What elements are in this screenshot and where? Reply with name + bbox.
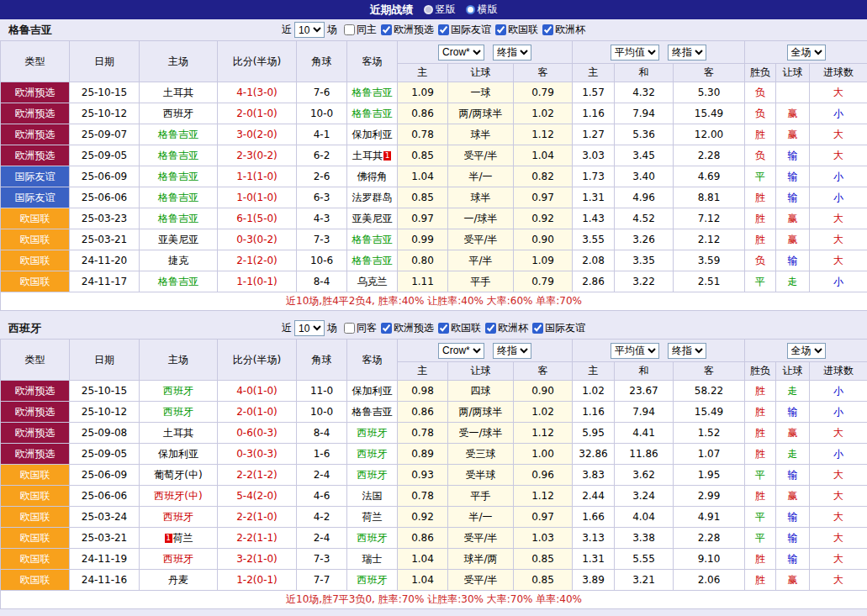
- corner-score: 4-6: [297, 486, 347, 507]
- match-type: 欧国联: [1, 549, 70, 570]
- eu-draw-odds: 11.86: [615, 444, 674, 465]
- vertical-layout-radio[interactable]: [424, 5, 433, 14]
- odds-company-select[interactable]: Crow*: [438, 343, 484, 359]
- summary-row: 近10场,胜4平2负4, 胜率:40% 让胜率:40% 大率:60% 单率:70…: [1, 292, 867, 311]
- eu-away-odds: 1.07: [674, 444, 745, 465]
- filter-checkbox[interactable]: [344, 24, 355, 35]
- team-label: 格鲁吉亚: [158, 129, 198, 140]
- team-name: 西班牙: [8, 321, 41, 336]
- corner-score: 7-3: [297, 549, 347, 570]
- away-team: 保加利亚: [347, 124, 398, 145]
- filter-option-1[interactable]: 欧洲预选: [381, 321, 434, 335]
- filter-checkbox[interactable]: [381, 323, 392, 334]
- filter-option-0[interactable]: 同主: [344, 23, 377, 37]
- filter-option-2[interactable]: 国际友谊: [438, 23, 491, 37]
- corner-score: 4-3: [297, 208, 347, 229]
- goals-result: 大: [810, 82, 867, 103]
- handicap-final-select[interactable]: 终指: [493, 343, 531, 359]
- handicap-result: 输: [776, 145, 810, 166]
- col-eu-draw: 和: [615, 64, 674, 82]
- match-row: 欧国联25-06-09葡萄牙(中)2-2(1-2)2-4西班牙0.93受半球0.…: [1, 465, 867, 486]
- scope-select[interactable]: 全场: [787, 343, 826, 359]
- corner-score: 10-0: [297, 402, 347, 423]
- ah-line: 受平/半: [448, 145, 514, 166]
- eu-draw-odds: 23.67: [615, 381, 674, 402]
- horizontal-layout-radio[interactable]: [466, 5, 475, 14]
- handicap-result: 输: [776, 528, 810, 549]
- europe-final-select[interactable]: 终指: [668, 45, 706, 61]
- score: 0-3(0-2): [218, 229, 297, 250]
- filter-checkbox[interactable]: [542, 24, 553, 35]
- matches-body: 欧洲预选25-10-15西班牙4-0(1-0)11-0保加利亚0.98四球0.9…: [1, 381, 867, 591]
- away-team: 土耳其1: [347, 145, 398, 166]
- home-team: 西班牙: [140, 507, 218, 528]
- match-type: 欧洲预选: [1, 124, 70, 145]
- team-label: 西班牙: [163, 385, 193, 397]
- filter-label: 国际友谊: [451, 23, 491, 37]
- match-type: 欧洲预选: [1, 82, 70, 103]
- match-row: 欧国联25-06-06西班牙(中)5-4(2-0)4-6法国0.78平手1.12…: [1, 486, 867, 507]
- filter-label: 欧国联: [451, 321, 481, 335]
- filter-checkbox[interactable]: [381, 24, 392, 35]
- match-row: 欧洲预选25-09-07格鲁吉亚3-0(2-0)4-1保加利亚0.78球半1.1…: [1, 124, 867, 145]
- scope-select[interactable]: 全场: [787, 45, 826, 61]
- match-count-select[interactable]: 10: [294, 22, 325, 38]
- summary-row: 近10场,胜7平3负0, 胜率:70% 让胜率:30% 大率:70% 单率:40…: [1, 591, 867, 609]
- filter-checkbox[interactable]: [532, 323, 543, 334]
- matches-body: 欧洲预选25-10-15土耳其4-1(3-0)7-6格鲁吉亚1.09一球0.79…: [1, 82, 867, 292]
- layout-option-vertical[interactable]: 竖版: [424, 3, 456, 17]
- match-row: 欧国联24-11-16丹麦1-2(0-1)7-7西班牙1.04受平/半0.853…: [1, 570, 867, 591]
- col-corner: 角球: [297, 340, 347, 381]
- away-team: 西班牙: [347, 528, 398, 549]
- score: 1-1(0-1): [218, 271, 297, 292]
- away-team: 格鲁吉亚: [347, 103, 398, 124]
- ah-home-odds: 0.78: [398, 486, 448, 507]
- match-date: 25-10-15: [70, 381, 140, 402]
- handicap-result: 赢: [776, 124, 810, 145]
- filter-checkbox[interactable]: [438, 323, 449, 334]
- filter-checkbox[interactable]: [438, 24, 449, 35]
- handicap-final-select[interactable]: 终指: [493, 45, 531, 61]
- team-label: 格鲁吉亚: [158, 171, 198, 182]
- filter-option-3[interactable]: 欧国联: [495, 23, 538, 37]
- filter-option-1[interactable]: 欧洲预选: [381, 23, 434, 37]
- europe-final-select[interactable]: 终指: [668, 343, 706, 359]
- corner-score: 7-7: [297, 570, 347, 591]
- eu-draw-odds: 4.04: [615, 507, 674, 528]
- odds-company-select[interactable]: Crow*: [438, 45, 484, 61]
- goals-result: 大: [810, 208, 867, 229]
- filter-checkbox[interactable]: [495, 24, 506, 35]
- eu-draw-odds: 4.41: [615, 423, 674, 444]
- match-count-select[interactable]: 10: [294, 320, 325, 336]
- col-home: 主场: [140, 41, 218, 82]
- filter-option-3[interactable]: 欧洲杯: [485, 321, 528, 335]
- ah-home-odds: 1.04: [398, 570, 448, 591]
- ah-home-odds: 0.93: [398, 465, 448, 486]
- corner-score: 11-0: [297, 381, 347, 402]
- score: 2-2(1-2): [218, 465, 297, 486]
- average-odds-select[interactable]: 平均值: [611, 343, 659, 359]
- filter-option-4[interactable]: 国际友谊: [532, 321, 585, 335]
- filter-checkbox[interactable]: [485, 323, 496, 334]
- filter-checkbox[interactable]: [344, 323, 355, 334]
- average-odds-select[interactable]: 平均值: [611, 45, 659, 61]
- match-row: 欧国联25-03-23格鲁吉亚6-1(5-0)4-3亚美尼亚0.97一/球半0.…: [1, 208, 867, 229]
- win-loss-result: 负: [745, 145, 776, 166]
- filter-option-4[interactable]: 欧洲杯: [542, 23, 585, 37]
- col-ah-line: 让球: [448, 362, 514, 381]
- layout-option-horizontal[interactable]: 横版: [466, 3, 498, 17]
- match-row: 欧洲预选25-10-15西班牙4-0(1-0)11-0保加利亚0.98四球0.9…: [1, 381, 867, 402]
- ah-away-odds: 0.97: [514, 507, 573, 528]
- handicap-result: 走: [776, 381, 810, 402]
- goals-result: 大: [810, 528, 867, 549]
- match-row: 欧国联24-11-17格鲁吉亚1-1(0-1)8-4乌克兰1.11平手0.792…: [1, 271, 867, 292]
- match-type: 欧国联: [1, 486, 70, 507]
- filter-option-0[interactable]: 同客: [344, 321, 377, 335]
- goals-result: 大: [810, 124, 867, 145]
- filter-option-2[interactable]: 欧国联: [438, 321, 481, 335]
- eu-draw-odds: 3.24: [615, 486, 674, 507]
- europe-odds-group: 平均值 终指: [573, 340, 745, 362]
- team-label: 格鲁吉亚: [158, 192, 198, 203]
- eu-away-odds: 9.10: [674, 549, 745, 570]
- home-team: 1荷兰: [140, 528, 218, 549]
